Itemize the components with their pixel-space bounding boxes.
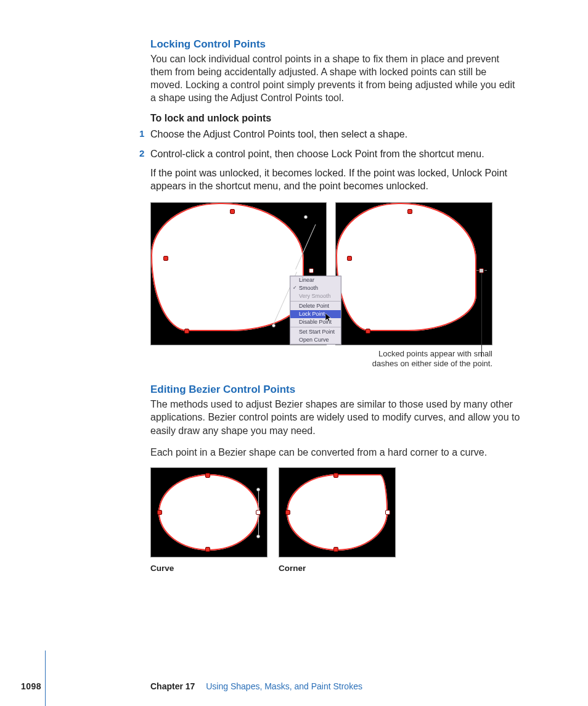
tangent-handle [258,515,259,536]
handle-endpoint [256,488,260,491]
step-number: 1 [139,128,144,140]
figure-captions: Curve Corner [150,564,520,573]
section-heading-bezier: Editing Bezier Control Points [150,384,520,396]
footer-rule [45,651,46,706]
cursor-icon [325,313,332,322]
page-number: 1098 [21,681,41,691]
control-point-selected [309,268,314,273]
menu-item-set-start-point[interactable]: Set Start Point [290,328,341,336]
chapter-label: Chapter 17 [150,681,195,691]
menu-item-open-curve[interactable]: Open Curve [290,336,341,344]
step-text: Choose the Adjust Control Points tool, t… [150,129,407,139]
shape-teardrop-corner [287,474,388,551]
caption-curve: Curve [150,564,267,573]
control-point [347,256,352,261]
shape-teardrop [336,203,476,331]
shape-ellipse [158,474,259,551]
handle-endpoint [272,324,276,327]
step-2: 2 Control-click a control point, then ch… [150,147,520,160]
figure-curve [150,467,267,557]
control-point-locked [479,268,484,273]
shape-teardrop [151,203,304,331]
figure-locked-point [335,202,492,345]
control-point [184,329,189,334]
bezier-para2: Each point in a Bezier shape can be conv… [150,446,520,459]
callout-wrap: Locked points appear with small dashes o… [150,349,492,369]
bezier-intro: The methods used to adjust Bezier shapes… [150,398,520,437]
chapter-line: Chapter 17 Using Shapes, Masks, and Pain… [150,681,362,691]
menu-item-smooth[interactable]: Smooth [290,284,341,292]
context-menu: Linear Smooth Very Smooth Delete Point L… [290,276,341,345]
control-point [333,547,338,552]
control-point [285,510,290,515]
control-point [365,329,370,334]
menu-item-disable-point[interactable]: Disable Point [290,318,341,326]
menu-item-linear[interactable]: Linear [290,276,341,284]
step-number: 2 [139,147,144,160]
control-point [205,547,210,552]
figure-row-bezier [150,467,520,557]
control-point [157,510,162,515]
tangent-handle [258,490,259,511]
handle-endpoint [256,535,260,538]
control-point [163,256,168,261]
lock-dash [484,270,487,271]
chapter-title: Using Shapes, Masks, and Paint Strokes [206,681,362,691]
task-heading: To lock and unlock points [150,113,520,124]
figure-corner [279,467,396,557]
menu-item-lock-point[interactable]: Lock Point [290,310,341,318]
step-text: Control-click a control point, then choo… [150,149,484,159]
steps-list: 1 Choose the Adjust Control Points tool,… [150,128,520,160]
menu-separator [290,327,341,327]
callout-text: Locked points appear with small dashes o… [357,349,492,369]
control-point [333,473,338,478]
lock-dash [476,270,479,271]
step-1: 1 Choose the Adjust Control Points tool,… [150,128,520,141]
menu-item-delete-point[interactable]: Delete Point [290,302,341,310]
section-heading-locking: Locking Control Points [150,38,520,51]
caption-corner: Corner [279,564,396,573]
handle-endpoint [304,215,308,219]
control-point [407,209,412,214]
callout-leader [481,273,482,357]
menu-item-very-smooth[interactable]: Very Smooth [290,292,341,300]
followup-para: If the point was unlocked, it becomes lo… [150,166,520,192]
control-point [205,473,210,478]
control-point-selected [385,510,390,515]
locking-intro: You can lock individual control points i… [150,52,520,104]
canvas-locked [335,202,492,345]
control-point [230,209,235,214]
menu-separator [290,301,341,302]
